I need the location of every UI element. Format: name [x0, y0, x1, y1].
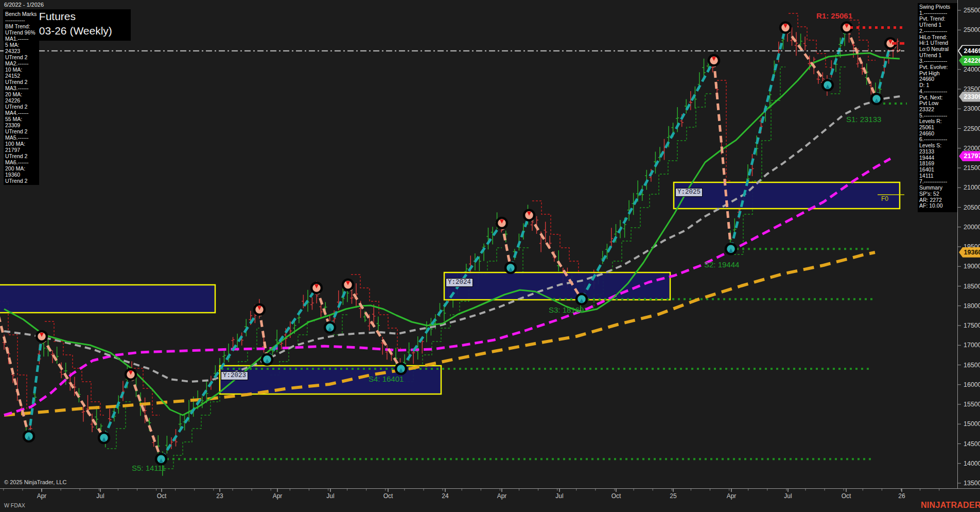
- price-axis-label: 19000: [964, 263, 980, 270]
- date-range-label: 6/2022 - 1/2026: [4, 2, 44, 8]
- time-axis-label: 26: [898, 492, 905, 500]
- resistance-label-R1: R1: 25061: [816, 11, 852, 20]
- time-axis-label: 25: [670, 492, 676, 500]
- bench-panel-line: Bench Marks: [5, 11, 39, 17]
- bench-panel-line: UTrend 2: [5, 54, 39, 60]
- year-box-label: Y:2023: [221, 371, 248, 380]
- bench-panel-line: MA3.------: [5, 85, 39, 91]
- support-label-S4: S4: 16401: [369, 374, 404, 383]
- copyright-label: © 2025 NinjaTrader, LLC: [4, 479, 66, 485]
- price-tag-24469: 24469: [959, 46, 980, 56]
- price-axis-label: 20500: [964, 204, 980, 211]
- bench-panel-line: 24152: [5, 73, 39, 79]
- time-axis-label: Apr: [273, 492, 283, 500]
- support-label-S1: S1: 23133: [846, 115, 881, 124]
- price-axis-label: 17000: [964, 342, 980, 349]
- swing-panel-line: 16401: [919, 167, 957, 173]
- bench-panel-line: UTrend 2: [5, 178, 39, 184]
- bench-panel-line: BM Trend:: [5, 23, 39, 29]
- swing-panel-line: 2.-------------: [919, 28, 957, 35]
- price-axis-label: 21500: [964, 164, 980, 172]
- bench-panel-line: -----------: [5, 17, 39, 23]
- swing-zigzag-lines: [0, 28, 900, 459]
- price-axis-label: 20000: [964, 224, 980, 231]
- swing-panel-line: 23322: [919, 107, 957, 113]
- bench-panel-line: UTrend 2: [5, 104, 39, 110]
- price-axis-label: 25000: [964, 26, 980, 33]
- year-box-label: Y:2024: [446, 278, 473, 287]
- bench-panel-line: 10 MA:: [5, 66, 39, 73]
- bench-panel-line: MA1.------: [5, 36, 39, 42]
- price-axis-label: 23000: [964, 105, 980, 112]
- price-axis-label: 16000: [964, 381, 980, 388]
- swing-pivot-markers: [24, 23, 896, 465]
- swing-panel-line: 23133: [919, 149, 957, 155]
- price-tag-24226: 24226: [959, 56, 980, 66]
- price-axis[interactable]: 2550025000245002400023500230002250022000…: [958, 0, 980, 488]
- price-axis-label: 21000: [964, 184, 980, 191]
- price-axis-label: 18500: [964, 283, 980, 290]
- series-label: W FDAX: [4, 502, 25, 508]
- time-axis-label: Oct: [157, 492, 167, 500]
- price-bars: [3, 24, 899, 476]
- bench-panel-line: MA4.------: [5, 110, 39, 116]
- swing-panel-line: Lo:0 Neutral: [919, 46, 957, 53]
- trailing-stop-steps: [0, 13, 876, 469]
- swing-pivots-panel: Swing Pivots1.-------------Pvt. Trend:UT…: [918, 3, 957, 212]
- bench-panel-line: MA6.------: [5, 159, 39, 165]
- price-axis-label: 14500: [964, 440, 980, 448]
- time-axis-label: 24: [442, 492, 448, 500]
- price-axis-label: 16500: [964, 362, 980, 369]
- time-axis-label: 23: [216, 492, 223, 500]
- bench-panel-line: MA5.------: [5, 134, 39, 141]
- bench-panel-line: 24226: [5, 97, 39, 104]
- price-tag-23309: 23309: [959, 92, 980, 102]
- price-axis-label: 17500: [964, 322, 980, 329]
- time-axis-label: Oct: [611, 492, 621, 500]
- price-axis-label: 25500: [964, 7, 980, 14]
- bench-panel-line: 23309: [5, 122, 39, 128]
- bench-panel-line: 19360: [5, 172, 39, 178]
- bench-panel-line: 55 MA:: [5, 116, 39, 122]
- bench-panel-line: UTrend 2: [5, 79, 39, 85]
- price-axis-label: 22500: [964, 125, 980, 132]
- ninjatrader-window: 2550025000245002400023500230002250022000…: [0, 0, 980, 512]
- time-axis-label: Jul: [326, 492, 334, 500]
- support-label-S2: S2: 19444: [704, 260, 739, 269]
- swing-panel-line: Pvt. Evolve:: [919, 64, 957, 71]
- year-range-boxes: [0, 182, 900, 394]
- support-label-S5: S5: 14111: [132, 464, 166, 472]
- f0-label: F0: [881, 195, 888, 202]
- price-axis-label: 15500: [964, 401, 980, 408]
- time-axis-label: Apr: [37, 492, 47, 500]
- swing-panel-line: 4.-------------: [919, 89, 957, 95]
- time-axis-label: Jul: [96, 492, 104, 500]
- time-axis-label: Oct: [842, 492, 851, 500]
- swing-panel-line: Swing Pivots: [919, 4, 957, 10]
- benchmarks-panel: Bench Marks-----------BM Trend:UTrend 96…: [4, 10, 39, 185]
- price-axis-label: 14000: [964, 460, 980, 467]
- bench-panel-line: 24323: [5, 48, 39, 54]
- price-chart[interactable]: [0, 0, 980, 512]
- price-tag-21797: 21797: [959, 151, 980, 161]
- bench-panel-line: 20 MA:: [5, 91, 39, 97]
- bench-panel-line: 200 MA:: [5, 165, 39, 172]
- time-axis-label: Jul: [784, 492, 792, 500]
- bench-panel-line: UTrend 2: [5, 128, 39, 134]
- price-axis-label: 18000: [964, 302, 980, 310]
- price-axis-label: 15000: [964, 420, 980, 428]
- price-axis-label: 13500: [964, 480, 980, 487]
- swing-panel-line: 25061: [919, 125, 957, 131]
- swing-panel-line: SP's: 52: [919, 191, 957, 197]
- year-box-label: Y:2025: [675, 188, 703, 197]
- time-axis-label: Oct: [383, 492, 393, 500]
- price-axis-label: 24000: [964, 66, 980, 73]
- swing-panel-line: AF: 10.00: [919, 203, 957, 209]
- bench-panel-line: UTrend 2: [5, 153, 39, 159]
- bench-panel-line: 100 MA:: [5, 141, 39, 147]
- bench-panel-line: UTrend 96%: [5, 29, 39, 36]
- time-axis[interactable]: AprJulOct23AprJulOct24AprJulOct25AprJulO…: [0, 488, 980, 512]
- support-label-S3: S3: 18169: [549, 305, 584, 314]
- moving-average-lines: [4, 53, 903, 415]
- price-tag-19360: 19360: [959, 247, 980, 258]
